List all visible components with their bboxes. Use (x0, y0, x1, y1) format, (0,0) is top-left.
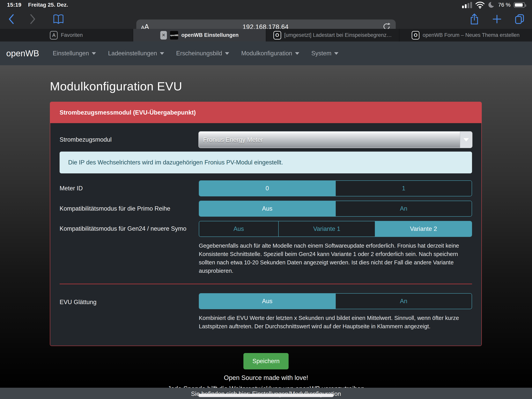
favorites-icon: A (50, 31, 58, 39)
meter-id-option-0[interactable]: 0 (199, 181, 335, 196)
strombezugsmodul-row: Strombezugsmodul Fronius Energy Meter (60, 132, 472, 148)
share-button[interactable] (468, 13, 481, 26)
browser-chrome: 15:19 Freitag 25. Dez. 76 % (0, 0, 532, 29)
chevron-down-icon (92, 52, 96, 55)
openwb-favicon: openWB (170, 31, 178, 39)
tab-label: openWB Einstellungen (181, 32, 239, 38)
page-title: Modulkonfiguration EVU (50, 79, 532, 93)
section-divider (60, 284, 472, 284)
nav-item-einstellungen[interactable]: Einstellungen (53, 50, 96, 57)
tab-bar: A Favoriten ✕ openWB openWB Einstellunge… (0, 29, 532, 41)
evu-config-card: Strombezugsmessmodul (EVU-Übergabepunkt)… (50, 102, 482, 346)
chevron-down-icon (225, 52, 229, 55)
meter-id-row: Meter ID 0 1 (60, 180, 472, 196)
nav-item-ladeeinstellungen[interactable]: Ladeeinstellungen (108, 50, 164, 57)
cellular-signal-icon (462, 1, 472, 8)
tabs-icon (514, 14, 525, 25)
moon-icon (488, 1, 495, 8)
forward-button[interactable] (26, 13, 39, 26)
tab-ladestart-thread[interactable]: O [umgesetzt] Ladestart bei Einspeisebeg… (266, 29, 399, 41)
site-footer: Sie befinden sich hier: Einstellungen/Mo… (0, 388, 532, 399)
tab-label: openWB Forum – Neues Thema erstellen (423, 32, 519, 38)
chevron-down-icon (463, 138, 469, 142)
tabs-overview-button[interactable] (513, 13, 526, 26)
status-bar: 15:19 Freitag 25. Dez. 76 % (0, 0, 532, 10)
meter-id-label: Meter ID (60, 184, 199, 193)
primo-option-aus[interactable]: Aus (199, 201, 335, 216)
info-box: Die IP des Wechselrichters wird im dazug… (60, 152, 472, 174)
glaettung-row: EVU Glättung Aus An Kombiniert die EVU W… (60, 293, 472, 331)
primo-row: Kompatibilitätsmodus für die Primo Reihe… (60, 201, 472, 217)
status-date: Freitag 25. Dez. (28, 2, 68, 8)
tab-openwb-einstellungen[interactable]: ✕ openWB openWB Einstellungen (133, 29, 266, 41)
primo-label: Kompatibilitätsmodus für die Primo Reihe (60, 204, 199, 213)
plus-icon (492, 14, 502, 24)
safari-toolbar: AA 192.168.178.64 (0, 10, 532, 29)
chevron-down-icon (295, 52, 299, 55)
card-header: Strombezugsmessmodul (EVU-Übergabepunkt) (50, 102, 481, 123)
wifi-icon (475, 1, 485, 9)
nav-item-system[interactable]: System (311, 50, 338, 57)
book-icon (53, 14, 64, 25)
screen: 15:19 Freitag 25. Dez. 76 % (0, 0, 532, 399)
glaettung-label: EVU Glättung (60, 293, 199, 307)
select-value: Fronius Energy Meter (203, 136, 263, 143)
glaettung-toggle: Aus An (199, 293, 472, 309)
tab-favoriten[interactable]: A Favoriten (0, 29, 133, 41)
gen24-option-variante1[interactable]: Variante 1 (278, 221, 375, 237)
strombezugsmodul-select[interactable]: Fronius Energy Meter (199, 132, 472, 148)
chevron-down-icon (334, 52, 338, 55)
forum-favicon: O (273, 31, 281, 39)
battery-icon (514, 2, 525, 8)
bookmarks-button[interactable] (52, 13, 65, 26)
select-arrow-zone (460, 132, 472, 148)
battery-percent: 76 % (498, 2, 511, 8)
donate-text: Jede Spende hilft die Weiterentwicklung … (0, 385, 532, 388)
meter-id-toggle: 0 1 (199, 180, 472, 196)
save-button[interactable]: Speichern (243, 353, 289, 369)
new-tab-button[interactable] (491, 13, 503, 26)
primo-option-an[interactable]: An (335, 201, 472, 216)
gen24-option-aus[interactable]: Aus (199, 221, 278, 237)
primo-toggle: Aus An (199, 201, 472, 217)
tab-label: Favoriten (61, 32, 83, 38)
gen24-label: Kompatibilitätsmodus für Gen24 / neuere … (60, 221, 199, 233)
gen24-row: Kompatibilitätsmodus für Gen24 / neuere … (60, 221, 472, 275)
page-content: Modulkonfiguration EVU Strombezugsmessmo… (0, 65, 532, 388)
glaettung-help-text: Kombiniert die EVU Werte der letzten x S… (199, 314, 472, 331)
share-icon (470, 13, 479, 25)
openwb-navbar: openWB Einstellungen Ladeeinstellungen E… (0, 41, 532, 65)
back-button[interactable] (5, 13, 18, 26)
open-source-text: Open Source made with love! (0, 374, 532, 381)
strombezugsmodul-label: Strombezugsmodul (60, 135, 199, 144)
card-body: Strombezugsmodul Fronius Energy Meter Di… (50, 123, 481, 346)
tab-label: [umgesetzt] Ladestart bei Einspeisebegre… (284, 32, 392, 38)
home-indicator[interactable] (198, 394, 334, 397)
glaettung-option-an[interactable]: An (335, 294, 472, 309)
nav-item-modulkonfiguration[interactable]: Modulkonfiguration (241, 50, 299, 57)
chevron-down-icon (160, 52, 164, 55)
forum-favicon: O (412, 31, 419, 39)
status-time: 15:19 (7, 2, 21, 8)
gen24-help-text: Gegebenenfalls auch für alte Modelle nac… (199, 242, 472, 275)
nav-item-erscheinungsbild[interactable]: Erscheinungsbild (176, 50, 229, 57)
tab-openwb-forum[interactable]: O openWB Forum – Neues Thema erstellen (399, 29, 532, 41)
gen24-option-variante2[interactable]: Variante 2 (375, 221, 472, 237)
glaettung-option-aus[interactable]: Aus (199, 294, 335, 309)
gen24-toggle: Aus Variante 1 Variante 2 (199, 221, 472, 237)
navbar-brand[interactable]: openWB (6, 49, 39, 58)
actions-area: Speichern Open Source made with love! Je… (0, 346, 532, 388)
tab-close-button[interactable]: ✕ (160, 31, 167, 39)
meter-id-option-1[interactable]: 1 (335, 181, 472, 196)
